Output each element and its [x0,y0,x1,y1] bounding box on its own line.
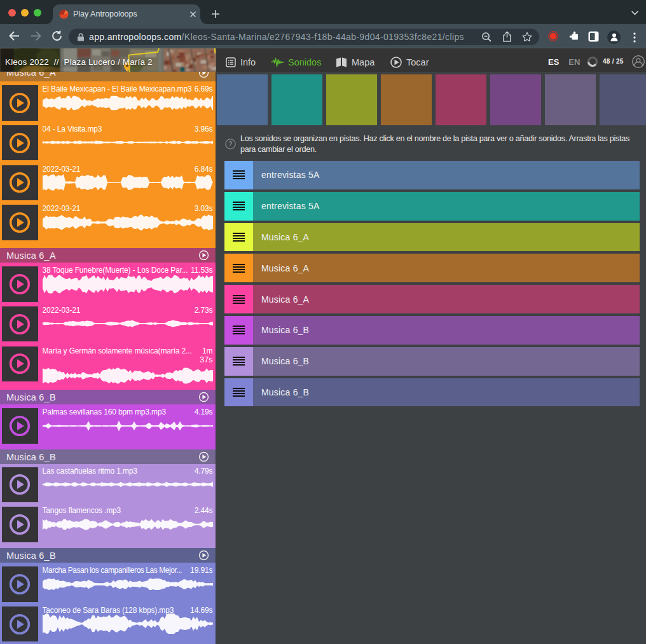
svg-text:?: ? [228,140,232,147]
